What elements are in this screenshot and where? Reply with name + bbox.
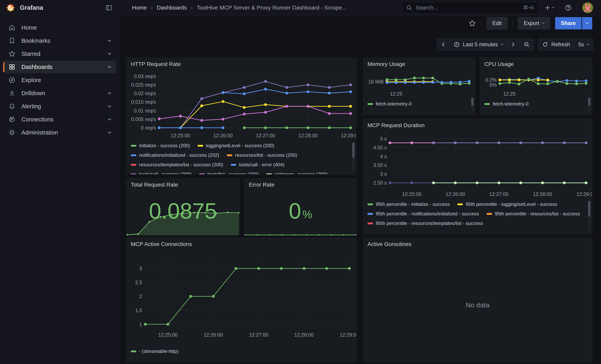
legend-item[interactable]: notifications/initialized - success (202…: [131, 150, 219, 160]
grafana-logo-icon[interactable]: [6, 3, 15, 12]
panel-total-request-rate: Total Request Rate 0.0875: [126, 178, 240, 236]
breadcrumb-dashboards[interactable]: Dashboards: [157, 5, 187, 11]
svg-text:12:26:00: 12:26:00: [446, 191, 465, 197]
http-request-rate-chart[interactable]: 0 req/s0.005 req/s0.01 req/s0.015 req/s0…: [126, 68, 356, 141]
legend-item[interactable]: fetch-telemetry-0: [368, 99, 411, 109]
legend-item[interactable]: tools/list - success (200): [199, 169, 259, 174]
export-button[interactable]: Export: [518, 17, 550, 30]
search-input[interactable]: Search... ⌘+k: [402, 2, 538, 14]
svg-text:12:27:00: 12:27:00: [249, 332, 268, 338]
scrollbar-thumb[interactable]: [352, 142, 355, 158]
scrollbar-thumb[interactable]: [588, 98, 591, 106]
refresh-interval-picker[interactable]: 5s: [574, 39, 593, 50]
search-shortcut: ⌘+k: [523, 5, 534, 11]
sidebar-item-drilldown[interactable]: Drilldown: [3, 87, 116, 99]
panel-active-goroutines: Active Goroutines No data: [363, 238, 592, 362]
svg-text:0.03 req/s: 0.03 req/s: [134, 74, 156, 79]
zoom-out-button[interactable]: [519, 39, 534, 50]
legend-item[interactable]: logging/setLevel - success (200): [198, 141, 274, 150]
time-shift-forward-button[interactable]: [507, 39, 519, 50]
breadcrumb: Home › Dashboards › ToolHive MCP Server …: [132, 4, 347, 11]
cpu-usage-chart[interactable]: 0.2%0%12:25: [480, 68, 592, 98]
mcp-active-connections-chart[interactable]: 11.522.5312:25:0012:26:0012:27:0012:28:0…: [126, 248, 356, 342]
search-icon: [406, 5, 412, 11]
share-dropdown-button[interactable]: [582, 17, 592, 30]
svg-text:12:27:00: 12:27:00: [256, 133, 275, 138]
sidebar-item-alerting[interactable]: Alerting: [3, 100, 116, 113]
sidebar-item-dashboards[interactable]: Dashboards: [3, 61, 116, 73]
dashboards-grid-icon: [8, 63, 16, 70]
legend-scrollbar[interactable]: [352, 142, 355, 171]
breadcrumb-home[interactable]: Home: [132, 5, 147, 11]
user-avatar[interactable]: [582, 2, 593, 13]
legend-swatch: [131, 154, 136, 156]
drilldown-icon: [8, 90, 16, 97]
sidebar-item-home[interactable]: Home: [3, 21, 116, 34]
legend-label: tools/list - success (200): [208, 171, 259, 174]
svg-text:3 s: 3 s: [380, 171, 387, 177]
chevron-down-icon: [108, 130, 111, 134]
http-svg: 0 req/s0.005 req/s0.01 req/s0.015 req/s0…: [126, 68, 356, 141]
time-range-picker[interactable]: Last 5 minutes: [450, 39, 507, 50]
sidebar-item-label: Home: [21, 24, 111, 31]
panel-memory-usage: Memory Usage 16 MiB12:25 fetch-telemetry…: [363, 58, 475, 115]
help-icon[interactable]: [565, 4, 572, 11]
sidebar-item-explore[interactable]: Explore: [3, 74, 116, 87]
panel-error-rate: Error Rate 0%: [244, 178, 357, 236]
error-rate-number: 0: [289, 198, 301, 224]
legend-label: 95th percentile - resources/templates/li…: [376, 221, 483, 226]
legend-item[interactable]: resources/list - success (200): [227, 150, 297, 160]
panel-title[interactable]: MCP Active Connections: [126, 238, 356, 248]
share-split-button: Share: [555, 17, 592, 30]
breadcrumb-separator: ›: [151, 4, 153, 11]
refresh-label: Refresh: [551, 41, 570, 48]
legend-item[interactable]: initialize - success (200): [131, 141, 190, 150]
legend-item[interactable]: unknown - success (200): [266, 169, 328, 174]
sidebar-item-label: Alerting: [21, 103, 102, 110]
svg-text:0.015 req/s: 0.015 req/s: [131, 99, 156, 105]
panel-title[interactable]: Memory Usage: [363, 58, 475, 68]
panel-title[interactable]: HTTP Request Rate: [126, 58, 356, 68]
refresh-button[interactable]: Refresh: [538, 39, 574, 50]
legend-item[interactable]: 95th percentile - resources/list - succe…: [487, 209, 580, 218]
add-button[interactable]: [544, 5, 554, 11]
legend-scrollbar[interactable]: [588, 200, 591, 231]
sidebar-item-administration[interactable]: Administration: [3, 126, 116, 139]
legend-item[interactable]: fetch-telemetry-0: [484, 99, 529, 109]
legend-swatch: [368, 204, 373, 205]
svg-text:12:25: 12:25: [503, 91, 516, 97]
sidebar-item-bookmarks[interactable]: Bookmarks: [3, 34, 116, 47]
mcp-request-duration-chart[interactable]: 2.50 s3 s3.50 s4 s4.50 s5 s12:25:0012:26…: [363, 129, 592, 199]
favorite-star-icon[interactable]: [469, 20, 476, 27]
legend-item[interactable]: tools/call - error (404): [231, 160, 284, 169]
legend-item[interactable]: 95th percentile - resources/templates/li…: [368, 218, 483, 228]
sidebar-item-starred[interactable]: Starred: [3, 48, 116, 60]
legend-item[interactable]: - (streamable-http): [131, 346, 178, 356]
legend-scrollbar[interactable]: [588, 97, 591, 112]
legend-item[interactable]: 95th percentile - initialize - success: [368, 199, 450, 209]
panel-title[interactable]: Active Goroutines: [363, 238, 592, 248]
legend-label: initialize - success (200): [139, 143, 190, 148]
chevron-down-icon: [552, 6, 554, 8]
sidebar-toggle-icon[interactable]: [106, 4, 112, 11]
edit-button[interactable]: Edit: [487, 17, 507, 30]
panel-title[interactable]: CPU Usage: [480, 58, 592, 68]
legend-item[interactable]: resources/templates/list - success (200): [131, 160, 223, 169]
legend-swatch: [266, 173, 272, 175]
scrollbar-thumb[interactable]: [588, 201, 591, 217]
svg-text:12:25: 12:25: [390, 91, 402, 97]
legend-label: 95th percentile - notifications/initiali…: [376, 211, 479, 216]
share-button[interactable]: Share: [555, 17, 581, 30]
time-shift-back-button[interactable]: [437, 39, 450, 50]
sidebar-item-connections[interactable]: Connections: [3, 113, 116, 126]
legend-label: tools/call - success (200): [139, 171, 191, 174]
legend-item[interactable]: tools/call - success (200): [131, 169, 191, 174]
legend-item[interactable]: 95th percentile - notifications/initiali…: [368, 209, 479, 218]
memory-usage-chart[interactable]: 16 MiB12:25: [363, 68, 475, 98]
scrollbar-thumb[interactable]: [471, 98, 474, 106]
legend-scrollbar[interactable]: [471, 97, 474, 112]
panel-title[interactable]: MCP Request Duration: [363, 119, 592, 129]
legend-swatch: [131, 164, 136, 166]
svg-text:12:25:00: 12:25:00: [402, 191, 421, 197]
legend-item[interactable]: 95th percentile - logging/setLevel - suc…: [457, 199, 557, 209]
